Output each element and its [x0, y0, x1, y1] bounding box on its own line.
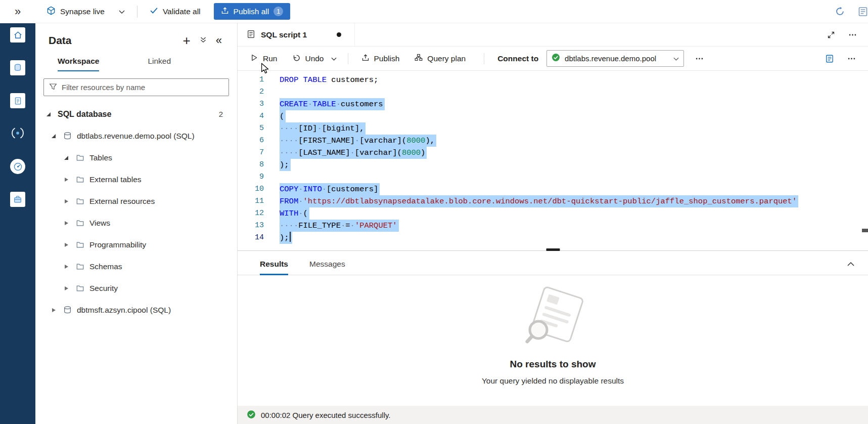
- line-number[interactable]: 1: [238, 74, 264, 86]
- code-line[interactable]: 3CREATE·TABLE·customers: [238, 98, 868, 110]
- tab-results[interactable]: Results: [260, 253, 288, 275]
- refresh-button[interactable]: [835, 7, 845, 16]
- tree-item-views[interactable]: Views: [35, 212, 237, 234]
- line-number[interactable]: 4: [238, 110, 264, 122]
- actions-menu-button[interactable]: [199, 36, 207, 46]
- filter-input[interactable]: [62, 83, 223, 92]
- line-number[interactable]: 8: [238, 159, 264, 171]
- code-line-text[interactable]: );: [280, 232, 292, 244]
- line-number[interactable]: 12: [238, 207, 264, 220]
- chevron-expanded-icon[interactable]: [62, 154, 70, 162]
- chevron-expanded-icon[interactable]: [50, 132, 58, 140]
- code-line[interactable]: 13····FILE_TYPE·=·'PARQUET': [238, 220, 868, 232]
- line-number[interactable]: 9: [238, 171, 264, 183]
- code-line-text[interactable]: ····[FIRST_NAME]·[varchar](8000),: [280, 135, 436, 147]
- briefcase-icon: [10, 192, 25, 207]
- nav-monitor-button[interactable]: [10, 159, 25, 174]
- undo-button[interactable]: Undo: [292, 54, 324, 64]
- code-line[interactable]: 9: [238, 171, 868, 183]
- tab-workspace[interactable]: Workspace: [58, 57, 99, 71]
- nav-home-button[interactable]: [10, 27, 25, 43]
- code-line[interactable]: 2: [238, 86, 868, 98]
- tree-item-schemas[interactable]: Schemas: [35, 256, 237, 277]
- expand-editor-button[interactable]: [827, 31, 835, 39]
- tree-item-external-resources[interactable]: External resources: [35, 190, 237, 212]
- publish-button[interactable]: Publish: [361, 54, 400, 64]
- tree-item-external-tables[interactable]: External tables: [35, 168, 237, 190]
- chevron-collapsed-icon[interactable]: [50, 306, 58, 314]
- clipboard-button[interactable]: [858, 7, 868, 17]
- splitter-handle[interactable]: [546, 248, 560, 251]
- nav-expand-button[interactable]: »: [0, 6, 35, 17]
- code-line-text[interactable]: COPY·INTO·[customers]: [280, 183, 380, 195]
- query-plan-label: Query plan: [427, 54, 466, 63]
- tree-item-security[interactable]: Security: [35, 277, 237, 299]
- toolbar-more-button[interactable]: [695, 55, 704, 63]
- nav-integrate-button[interactable]: [10, 126, 25, 141]
- run-icon: [251, 54, 258, 64]
- code-line-text[interactable]: (: [280, 110, 286, 122]
- code-line-text[interactable]: FROM·'https://dbtlabsynapsedatalake.blob…: [280, 195, 798, 207]
- line-number[interactable]: 14: [238, 232, 264, 244]
- tree-item-programmability[interactable]: Programmability: [35, 234, 237, 256]
- tab-linked[interactable]: Linked: [148, 57, 171, 71]
- code-line-text[interactable]: );: [280, 159, 291, 171]
- code-line-text[interactable]: CREATE·TABLE·customers: [280, 98, 385, 110]
- code-line-text[interactable]: ····[LAST_NAME]·[varchar](8000): [280, 147, 427, 159]
- run-label: Run: [263, 54, 277, 63]
- line-number[interactable]: 7: [238, 147, 264, 159]
- code-line[interactable]: 14);: [238, 232, 868, 244]
- collapse-panel-button[interactable]: «: [216, 35, 222, 46]
- line-number[interactable]: 11: [238, 195, 264, 207]
- nav-develop-button[interactable]: [10, 93, 25, 108]
- synapse-live-selector[interactable]: Synapse live: [47, 6, 125, 17]
- code-line[interactable]: 1DROP TABLE customers;: [238, 74, 868, 86]
- line-number[interactable]: 10: [238, 183, 264, 195]
- run-button[interactable]: Run: [251, 54, 277, 64]
- code-line-text[interactable]: ····[ID]·[bigint],: [280, 122, 366, 135]
- tree-item-dbtlabs-revenue-demo-pool-sql[interactable]: dbtlabs.revenue.demo.pool (SQL): [35, 125, 237, 147]
- tab-sql-script-1[interactable]: SQL script 1: [238, 23, 355, 46]
- panel-splitter[interactable]: [238, 248, 868, 253]
- chevron-expanded-icon[interactable]: [44, 110, 53, 118]
- undo-dropdown-button[interactable]: [331, 54, 337, 63]
- collapse-results-button[interactable]: [847, 260, 855, 269]
- tree-item-sql-database[interactable]: SQL database2: [35, 103, 237, 125]
- code-line[interactable]: 6····[FIRST_NAME]·[varchar](8000),: [238, 135, 868, 147]
- code-line-text[interactable]: WITH·(: [280, 207, 309, 220]
- line-number[interactable]: 6: [238, 135, 264, 147]
- line-number[interactable]: 2: [238, 86, 264, 98]
- code-line[interactable]: 5····[ID]·[bigint],: [238, 122, 868, 135]
- code-line[interactable]: 10COPY·INTO·[customers]: [238, 183, 868, 195]
- chevron-collapsed-icon[interactable]: [62, 219, 70, 227]
- add-resource-button[interactable]: +: [183, 35, 191, 46]
- code-line[interactable]: 11FROM·'https://dbtlabsynapsedatalake.bl…: [238, 195, 868, 207]
- tree-item-tables[interactable]: Tables: [35, 147, 237, 168]
- tab-messages[interactable]: Messages: [309, 253, 345, 275]
- chevron-collapsed-icon[interactable]: [62, 263, 70, 271]
- nav-data-button[interactable]: [10, 60, 25, 75]
- query-plan-button[interactable]: Query plan: [415, 54, 466, 64]
- validate-all-button[interactable]: Validate all: [150, 6, 201, 17]
- code-line[interactable]: 4(: [238, 110, 868, 122]
- chevron-collapsed-icon[interactable]: [62, 284, 70, 292]
- chevron-collapsed-icon[interactable]: [62, 176, 70, 184]
- chevron-collapsed-icon[interactable]: [62, 197, 70, 205]
- tree-item-dbtmsft-azsyn-cipool-sql[interactable]: dbtmsft.azsyn.cipool (SQL): [35, 299, 237, 321]
- code-line-text[interactable]: ····FILE_TYPE·=·'PARQUET': [280, 220, 399, 232]
- line-number[interactable]: 3: [238, 98, 264, 110]
- editor-more-button[interactable]: [847, 55, 856, 63]
- code-line-text[interactable]: DROP TABLE customers;: [280, 74, 378, 86]
- more-actions-button[interactable]: [848, 31, 857, 39]
- pool-select[interactable]: dbtlabs.revenue.demo.pool: [546, 50, 684, 67]
- chevron-collapsed-icon[interactable]: [62, 241, 70, 249]
- code-line[interactable]: 12WITH·(: [238, 207, 868, 220]
- line-number[interactable]: 5: [238, 122, 264, 135]
- nav-manage-button[interactable]: [10, 192, 25, 207]
- publish-all-button[interactable]: Publish all 1: [214, 3, 291, 20]
- sql-code-editor[interactable]: 1DROP TABLE customers;23CREATE·TABLE·cus…: [238, 71, 868, 248]
- code-line[interactable]: 7····[LAST_NAME]·[varchar](8000): [238, 147, 868, 159]
- code-line[interactable]: 8);: [238, 159, 868, 171]
- properties-button[interactable]: [825, 54, 834, 63]
- line-number[interactable]: 13: [238, 220, 264, 232]
